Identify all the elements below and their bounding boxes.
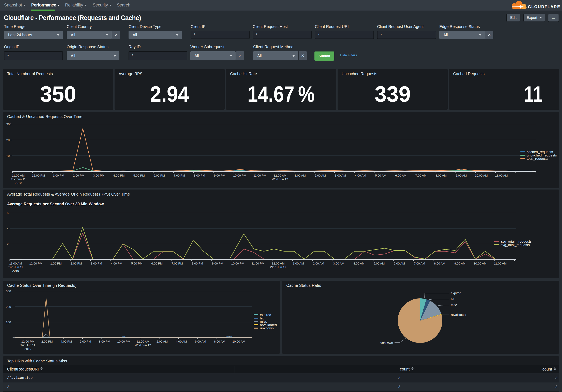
svg-text:300: 300 xyxy=(6,122,11,126)
svg-text:2019: 2019 xyxy=(15,181,22,184)
svg-text:1:00 AM: 1:00 AM xyxy=(294,174,306,177)
svg-text:2:00 PM: 2:00 PM xyxy=(70,262,82,265)
svg-text:12:00 AM: 12:00 AM xyxy=(272,262,284,265)
svg-text:hit: hit xyxy=(451,297,454,301)
svg-text:6:00 PM: 6:00 PM xyxy=(80,340,91,343)
svg-text:4:00 AM: 4:00 AM xyxy=(353,262,364,265)
svg-text:total_requests: total_requests xyxy=(527,157,549,161)
svg-text:9:00 AM: 9:00 AM xyxy=(456,174,467,177)
svg-text:8:00 PM: 8:00 PM xyxy=(194,174,205,177)
svg-text:Tue Jun 11: Tue Jun 11 xyxy=(11,177,25,181)
svg-text:2:00 AM: 2:00 AM xyxy=(156,340,168,343)
svg-text:1:00 AM: 1:00 AM xyxy=(293,262,304,265)
svg-text:200: 200 xyxy=(6,138,11,142)
svg-text:2:00 AM: 2:00 AM xyxy=(313,262,324,265)
svg-text:10:00 PM: 10:00 PM xyxy=(117,340,130,343)
svg-text:Tue Jun 11: Tue Jun 11 xyxy=(21,343,35,347)
svg-text:12:00 AM: 12:00 AM xyxy=(136,340,149,343)
svg-text:100: 100 xyxy=(6,321,11,324)
svg-text:7:00 PM: 7:00 PM xyxy=(172,262,183,265)
svg-text:miss: miss xyxy=(451,303,457,307)
svg-text:4:00 PM: 4:00 PM xyxy=(61,340,72,343)
svg-text:11:00 AM: 11:00 AM xyxy=(9,262,22,265)
svg-text:5:00 PM: 5:00 PM xyxy=(133,174,145,177)
svg-text:revalidated: revalidated xyxy=(451,313,466,316)
svg-text:2:00 PM: 2:00 PM xyxy=(73,174,84,177)
svg-text:4: 4 xyxy=(7,227,9,230)
svg-text:2019: 2019 xyxy=(12,269,19,272)
svg-text:300: 300 xyxy=(6,289,11,293)
svg-text:8:00 PM: 8:00 PM xyxy=(192,262,203,265)
svg-text:4:00 AM: 4:00 AM xyxy=(176,340,187,343)
svg-text:9:00 PM: 9:00 PM xyxy=(214,174,225,177)
svg-text:11:00 AM: 11:00 AM xyxy=(12,174,24,177)
svg-text:unknown: unknown xyxy=(380,341,393,344)
svg-text:5:00 PM: 5:00 PM xyxy=(131,262,142,265)
svg-text:5:00 AM: 5:00 AM xyxy=(374,262,385,265)
svg-text:100: 100 xyxy=(6,154,11,158)
svg-text:1:00 PM: 1:00 PM xyxy=(50,262,62,265)
svg-text:10:00 AM: 10:00 AM xyxy=(475,174,488,177)
svg-text:12:00 AM: 12:00 AM xyxy=(273,174,286,177)
svg-text:6:00 AM: 6:00 AM xyxy=(395,174,406,177)
svg-text:8:00 AM: 8:00 AM xyxy=(434,262,445,265)
svg-text:7:00 AM: 7:00 AM xyxy=(415,174,426,177)
svg-text:4:00 PM: 4:00 PM xyxy=(113,174,125,177)
svg-text:5:00 AM: 5:00 AM xyxy=(375,174,386,177)
svg-text:1:00 PM: 1:00 PM xyxy=(53,174,64,177)
svg-text:6:00 PM: 6:00 PM xyxy=(153,174,165,177)
svg-text:Wed Jun 12: Wed Jun 12 xyxy=(272,177,288,181)
svg-text:7:00 PM: 7:00 PM xyxy=(174,174,185,177)
svg-text:8:00 AM: 8:00 AM xyxy=(214,340,225,343)
svg-text:3:00 PM: 3:00 PM xyxy=(93,174,105,177)
svg-text:9:00 PM: 9:00 PM xyxy=(212,262,223,265)
svg-text:expired: expired xyxy=(451,291,461,295)
svg-text:6:00 AM: 6:00 AM xyxy=(195,340,206,343)
svg-text:12:00 PM: 12:00 PM xyxy=(21,340,34,343)
svg-text:unknown: unknown xyxy=(260,326,274,330)
svg-text:11:00 PM: 11:00 PM xyxy=(253,174,266,177)
svg-text:4:00 AM: 4:00 AM xyxy=(355,174,366,177)
svg-text:3:00 AM: 3:00 AM xyxy=(333,262,344,265)
svg-text:200: 200 xyxy=(6,305,11,309)
svg-text:12:00 PM: 12:00 PM xyxy=(32,174,45,177)
svg-text:Wed Jun 12: Wed Jun 12 xyxy=(270,265,286,269)
svg-text:3:00 PM: 3:00 PM xyxy=(91,262,102,265)
svg-text:3:00 AM: 3:00 AM xyxy=(335,174,346,177)
svg-text:7:00 AM: 7:00 AM xyxy=(414,262,425,265)
svg-text:6:00 PM: 6:00 PM xyxy=(151,262,163,265)
svg-text:12:00 PM: 12:00 PM xyxy=(29,262,42,265)
svg-text:8:00 AM: 8:00 AM xyxy=(435,174,447,177)
svg-text:2:00 AM: 2:00 AM xyxy=(315,174,326,177)
svg-text:11:00 AM: 11:00 AM xyxy=(495,174,508,177)
svg-text:CLOUDFLARE: CLOUDFLARE xyxy=(528,4,560,9)
svg-text:8:00 PM: 8:00 PM xyxy=(99,340,110,343)
svg-text:2:00 PM: 2:00 PM xyxy=(41,340,53,343)
svg-text:10:00 AM: 10:00 AM xyxy=(232,340,245,343)
svg-text:4:00 PM: 4:00 PM xyxy=(111,262,122,265)
svg-text:2: 2 xyxy=(7,242,9,246)
svg-text:Wed Jun 12: Wed Jun 12 xyxy=(135,343,151,347)
svg-text:11:00 PM: 11:00 PM xyxy=(252,262,264,265)
svg-text:avg_total_requests: avg_total_requests xyxy=(501,243,530,247)
svg-text:2019: 2019 xyxy=(24,347,31,350)
svg-text:10:00 AM: 10:00 AM xyxy=(474,262,486,265)
svg-text:10:00 PM: 10:00 PM xyxy=(233,174,246,177)
svg-text:Tue Jun 11: Tue Jun 11 xyxy=(8,265,23,269)
svg-text:11:00 AM: 11:00 AM xyxy=(494,262,506,265)
svg-text:10:00 PM: 10:00 PM xyxy=(231,262,244,265)
svg-text:9:00 AM: 9:00 AM xyxy=(454,262,466,265)
svg-text:6:00 AM: 6:00 AM xyxy=(394,262,405,265)
svg-text:6: 6 xyxy=(7,211,9,215)
